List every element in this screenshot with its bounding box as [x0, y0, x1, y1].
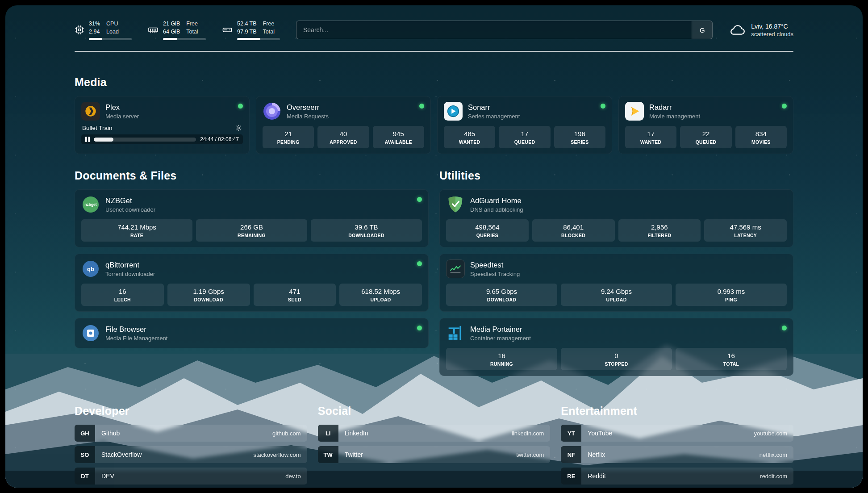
stat-value: 1.19 Gbps: [193, 288, 224, 295]
stat-label: LATENCY: [734, 233, 757, 238]
twitter-favicon: TW: [318, 446, 338, 463]
plex-icon: [81, 102, 100, 121]
stat-value: 39.6 TB: [355, 223, 378, 231]
qbittorrent-icon: qb: [81, 259, 100, 278]
weather-widget[interactable]: Lviv, 16.87°C scattered clouds: [729, 23, 793, 38]
stat-queries: 498,564 QUERIES: [446, 219, 529, 242]
gear-icon[interactable]: [235, 125, 242, 131]
stat-rate: 744.21 Mbps RATE: [81, 219, 192, 242]
memory-label-2: Total: [186, 28, 198, 36]
stat-total: 16 TOTAL: [676, 348, 787, 370]
bookmark-youtube[interactable]: YT YouTube youtube.com: [561, 425, 793, 442]
bookmark-linkedin[interactable]: LI LinkedIn linkedin.com: [318, 425, 551, 442]
now-playing-widget: Bullet Train 24: [81, 125, 243, 144]
stat-value: 9.24 Gbps: [601, 288, 632, 295]
stat-download: 1.19 Gbps DOWNLOAD: [167, 284, 250, 306]
app-subtitle-adguard: DNS and adblocking: [470, 206, 523, 213]
stat-value: 196: [574, 130, 585, 138]
bookmark-url: linkedin.com: [512, 430, 550, 437]
stat-value: 21: [284, 130, 292, 138]
dashboard-screen: 31% 2.94 CPU Load: [5, 5, 863, 488]
stat-value: 16: [727, 352, 735, 359]
stat-label: STOPPED: [605, 361, 628, 367]
playback-bar: 24:44 / 02:06:47: [81, 134, 243, 144]
speedtest-card[interactable]: Speedtest Speedtest Tracking 9.65 Gbps D…: [439, 254, 793, 312]
weather-location: Lviv, 16.87°C: [751, 23, 793, 30]
stat-label: AVAILABLE: [385, 139, 412, 145]
stat-blocked: 86,401 BLOCKED: [532, 219, 615, 242]
top-bar: 31% 2.94 CPU Load: [75, 18, 793, 42]
stat-movies: 834 MOVIES: [735, 126, 787, 148]
memory-total: 64 GiB: [163, 28, 180, 36]
stat-value: 945: [393, 130, 404, 138]
stat-queued: 17 QUEUED: [499, 126, 550, 148]
stat-seed: 471 SEED: [254, 284, 336, 306]
stat-value: 16: [498, 352, 505, 359]
app-name-adguard: AdGuard Home: [470, 196, 523, 205]
stat-value: 471: [289, 288, 300, 295]
stat-value: 485: [464, 130, 475, 138]
stat-label: WANTED: [459, 139, 480, 145]
nzbget-card[interactable]: nzbget NZBGet Usenet downloader 74: [75, 189, 429, 247]
stat-value: 834: [755, 130, 767, 138]
disk-free: 52.4 TB: [237, 20, 257, 28]
filebrowser-card[interactable]: File Browser Media File Management: [75, 318, 429, 348]
disk-icon: [222, 25, 233, 35]
bookmark-url: dev.to: [285, 473, 307, 480]
memory-progress-bar: [163, 38, 206, 40]
app-name-nzbget: NZBGet: [105, 196, 155, 205]
bookmark-dev[interactable]: DT DEV dev.to: [75, 468, 307, 485]
stat-available: 945 AVAILABLE: [373, 126, 424, 148]
adguard-icon: [446, 195, 465, 214]
search-input[interactable]: [296, 21, 692, 39]
disk-progress-bar: [237, 38, 280, 40]
section-title-media: Media: [75, 76, 793, 89]
plex-card[interactable]: Plex Media server Bullet Train: [75, 96, 250, 154]
overseerr-card[interactable]: Overseerr Media Requests 21 PENDING 40 A…: [256, 96, 431, 154]
stat-value: 0.993 ms: [718, 288, 745, 295]
bookmark-twitter[interactable]: TW Twitter twitter.com: [318, 446, 551, 463]
app-name-speedtest: Speedtest: [470, 261, 520, 269]
stat-value: 22: [702, 130, 710, 138]
stat-remaining: 266 GB REMAINING: [196, 219, 307, 242]
qbittorrent-card[interactable]: qb qBittorrent Torrent downloader: [75, 254, 429, 312]
playback-time: 24:44 / 02:06:47: [200, 136, 239, 142]
pause-icon[interactable]: [85, 137, 90, 142]
netflix-favicon: NF: [561, 446, 581, 463]
disk-total: 97.9 TB: [237, 28, 257, 36]
stat-value: 17: [521, 130, 529, 138]
github-favicon: GH: [75, 425, 95, 442]
stat-queued: 22 QUEUED: [680, 126, 731, 148]
cpu-label-1: CPU: [106, 20, 119, 28]
bookmark-netflix[interactable]: NF Netflix netflix.com: [561, 446, 793, 463]
stat-label: WANTED: [640, 139, 661, 145]
stat-label: QUEUED: [514, 139, 535, 145]
bookmark-github[interactable]: GH Github github.com: [75, 425, 307, 442]
memory-free: 21 GiB: [163, 20, 180, 28]
seek-bar[interactable]: [94, 138, 196, 142]
stat-series: 196 SERIES: [554, 126, 605, 148]
stat-value: 0: [614, 352, 618, 359]
stat-label: SERIES: [571, 139, 588, 145]
cpu-progress-bar: [89, 38, 132, 40]
sonarr-card[interactable]: Sonarr Series management 485 WANTED 17 Q…: [437, 96, 612, 154]
adguard-card[interactable]: AdGuard Home DNS and adblocking 498,564 …: [439, 189, 793, 247]
reddit-favicon: RE: [561, 468, 581, 485]
radarr-icon: [625, 102, 644, 121]
status-online-dot: [419, 104, 424, 109]
portainer-card[interactable]: Media Portainer Container management 16 …: [439, 318, 793, 376]
stat-label: DOWNLOAD: [487, 297, 516, 302]
stat-latency: 47.569 ms LATENCY: [704, 219, 787, 242]
disk-label-2: Total: [263, 28, 275, 36]
search-engine-button[interactable]: G: [692, 21, 712, 39]
bookmark-reddit[interactable]: RE Reddit reddit.com: [561, 468, 793, 485]
section-title-developer: Developer: [75, 405, 307, 418]
overseerr-icon: [263, 102, 281, 121]
stat-label: DOWNLOAD: [194, 297, 223, 302]
stat-value: 17: [647, 130, 655, 138]
bookmark-stackoverflow[interactable]: SO StackOverflow stackoverflow.com: [75, 446, 307, 463]
radarr-card[interactable]: Radarr Movie management 17 WANTED 22 QUE…: [618, 96, 793, 154]
stat-label: SEED: [288, 297, 301, 302]
cpu-percent: 31%: [89, 20, 100, 28]
stat-value: 266 GB: [240, 223, 263, 231]
